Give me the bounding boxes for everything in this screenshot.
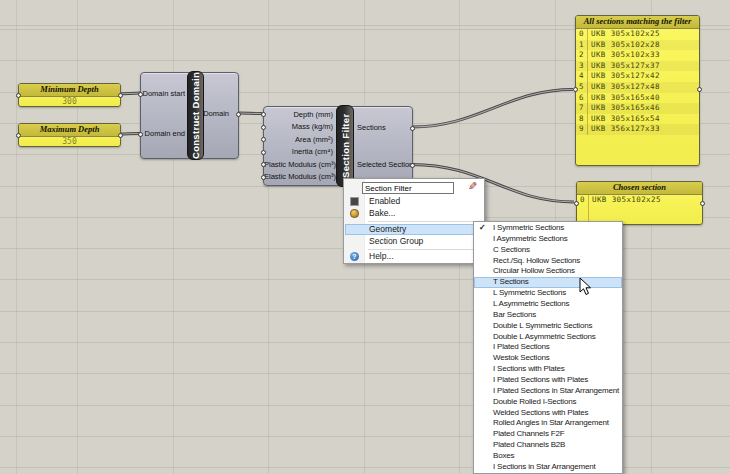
submenu-item[interactable]: I Asymmetric Sections <box>474 234 622 245</box>
port-in[interactable] <box>16 133 21 138</box>
port-domain-end[interactable] <box>138 132 143 137</box>
list-item: 6UKB 305x165x40 <box>576 93 699 104</box>
submenu-item[interactable]: Circular Hollow Sections <box>474 266 622 277</box>
port-out[interactable] <box>697 87 702 92</box>
port-in[interactable] <box>574 201 579 206</box>
output-label: Selected Section <box>357 160 413 170</box>
wire-domain-to-depth[interactable] <box>238 113 262 114</box>
panel-title: Minimum Depth <box>19 84 120 97</box>
component-name-input[interactable] <box>362 182 454 194</box>
list-item: 8UKB 305x165x54 <box>576 114 699 125</box>
panel-value: 300 <box>19 97 120 106</box>
submenu-item[interactable]: L Symmetric Sections <box>474 288 622 299</box>
help-icon: ? <box>350 252 359 261</box>
panel-value: 350 <box>19 137 120 146</box>
submenu-item[interactable]: I Plated Sections <box>474 342 622 353</box>
port-domain-out[interactable] <box>236 112 241 117</box>
panel-all-sections[interactable]: All sections matching the filter 0UKB 30… <box>575 15 700 166</box>
submenu-item[interactable]: Double L Symmetric Sections <box>474 321 622 332</box>
input-label: Mass (kg/m) <box>264 122 333 132</box>
list-item: 3UKB 305x127x37 <box>576 61 699 72</box>
port-domain-start[interactable] <box>138 92 143 97</box>
submenu-item[interactable]: L Asymmetric Sections <box>474 299 622 310</box>
port-area[interactable] <box>261 137 266 142</box>
panel-minimum-depth[interactable]: Minimum Depth 300 <box>18 83 121 107</box>
input-label: Domain end <box>141 129 185 139</box>
list-item: 1UKB 305x102x28 <box>576 40 699 51</box>
submenu-item[interactable]: Bar Sections <box>474 310 622 321</box>
submenu-item[interactable]: Plated Channels B2B <box>474 440 622 451</box>
menu-separator <box>368 249 481 250</box>
component-label[interactable]: Construct Domain <box>187 71 204 160</box>
menu-item-geometry[interactable]: Geometry ▸ <box>345 224 483 236</box>
component-label[interactable]: Section Filter <box>336 105 354 187</box>
submenu-item[interactable]: Westok Sections <box>474 353 622 364</box>
menu-item-help[interactable]: ? Help... <box>345 251 483 263</box>
port-inertia[interactable] <box>261 150 266 155</box>
port-out[interactable] <box>700 201 705 206</box>
input-label: Area (mm²) <box>264 135 333 145</box>
port-sections-out[interactable] <box>410 126 415 131</box>
port-elastic-modulus[interactable] <box>261 175 266 180</box>
list-item: 0UKB 305x102x25 <box>576 29 699 40</box>
checkmark-icon: ✓ <box>479 223 486 234</box>
submenu-item[interactable]: Rect./Sq. Hollow Sections <box>474 256 622 267</box>
menu-item-bake[interactable]: Bake... <box>345 208 483 220</box>
submenu-item-i-symmetric[interactable]: ✓I Symmetric Sections <box>474 223 622 234</box>
submenu-item[interactable]: I Plated Sections in Star Arrangement <box>474 386 622 397</box>
section-list: 0UKB 305x102x25 <box>577 195 702 224</box>
input-label: Elastic Modulus (cm³) <box>264 172 333 182</box>
menu-item-section-group[interactable]: Section Group ▸ <box>345 236 483 248</box>
list-item: 2UKB 305x102x33 <box>576 50 699 61</box>
input-label: Plastic Modulus (cm³) <box>264 160 333 170</box>
grasshopper-canvas[interactable]: Minimum Depth 300 Maximum Depth 350 Cons… <box>0 0 730 474</box>
panel-chosen-section[interactable]: Chosen section 0UKB 305x102x25 <box>576 181 703 225</box>
port-out[interactable] <box>118 133 123 138</box>
list-item: 9UKB 356x127x33 <box>576 124 699 135</box>
port-plastic-modulus[interactable] <box>261 162 266 167</box>
submenu-item[interactable]: I Sections with Plates <box>474 364 622 375</box>
panel-title: All sections matching the filter <box>576 16 699 29</box>
menu-separator <box>368 221 481 222</box>
submenu-item[interactable]: Boxes <box>474 451 622 462</box>
port-out[interactable] <box>118 93 123 98</box>
component-construct-domain[interactable]: Construct Domain Domain start Domain end… <box>140 72 239 159</box>
mouse-cursor <box>579 277 592 296</box>
panel-maximum-depth[interactable]: Maximum Depth 350 <box>18 123 121 147</box>
panel-title: Chosen section <box>577 182 702 195</box>
geometry-submenu: ✓I Symmetric Sections I Asymmetric Secti… <box>473 221 623 474</box>
input-label: Depth (mm) <box>264 110 333 120</box>
submenu-item-t-sections[interactable]: T Sections <box>474 277 622 288</box>
enabled-checkbox-icon <box>350 197 359 206</box>
context-menu: ✎ Enabled Bake... Geometry ▸ Section Gro… <box>343 178 485 264</box>
list-item: 4UKB 305x127x42 <box>576 71 699 82</box>
submenu-item[interactable]: I Sections in Star Arrangement <box>474 462 622 473</box>
menu-item-enabled[interactable]: Enabled <box>345 196 483 208</box>
port-mass[interactable] <box>261 125 266 130</box>
submenu-item[interactable]: Double Rolled I-Sections <box>474 397 622 408</box>
output-label: Domain <box>203 109 229 119</box>
input-label: Inertia (cm⁴) <box>264 147 333 157</box>
output-label: Sections <box>357 123 386 133</box>
port-selected-section-out[interactable] <box>410 163 415 168</box>
port-in[interactable] <box>573 87 578 92</box>
list-item: 5UKB 305x127x48 <box>576 82 699 93</box>
section-list: 0UKB 305x102x25 1UKB 305x102x28 2UKB 305… <box>576 29 699 135</box>
panel-title: Maximum Depth <box>19 124 120 137</box>
submenu-item[interactable]: Double L Asymmetric Sections <box>474 332 622 343</box>
port-depth[interactable] <box>261 112 266 117</box>
submenu-item[interactable]: C Sections <box>474 245 622 256</box>
edit-name-icon[interactable]: ✎ <box>468 180 477 193</box>
input-label: Domain start <box>141 89 185 99</box>
submenu-item[interactable]: Plated Channels F2F <box>474 429 622 440</box>
list-item: 7UKB 305x165x46 <box>576 103 699 114</box>
bake-icon <box>350 209 359 218</box>
wire-sections-to-panel[interactable] <box>412 90 573 128</box>
component-section-filter[interactable]: Section Filter Depth (mm) Mass (kg/m) Ar… <box>263 106 413 186</box>
submenu-item[interactable]: Rolled Angles in Star Arrangement <box>474 418 622 429</box>
port-in[interactable] <box>16 93 21 98</box>
submenu-item[interactable]: I Plated Sections with Plates <box>474 375 622 386</box>
submenu-item[interactable]: Welded Sections with Plates <box>474 408 622 419</box>
list-item: 0UKB 305x102x25 <box>577 195 702 206</box>
